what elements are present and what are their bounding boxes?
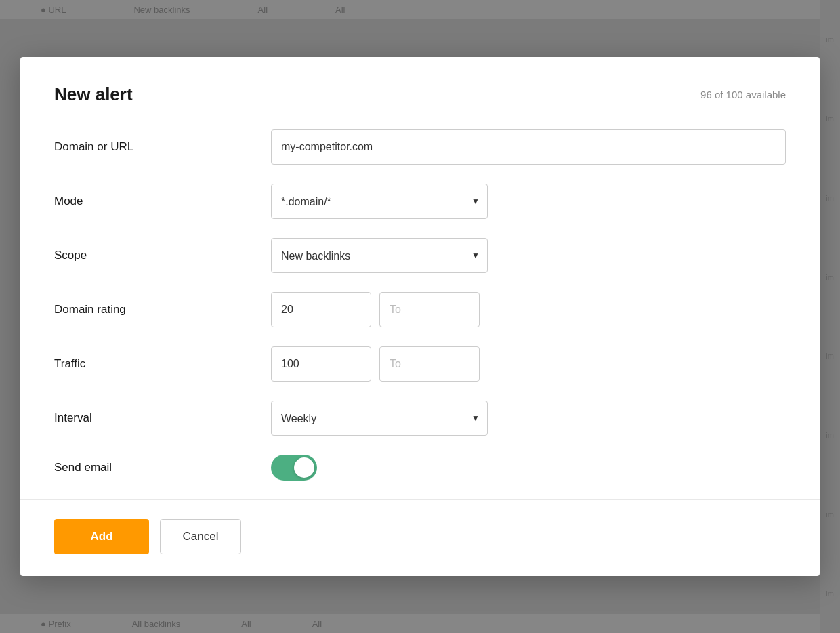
mode-label: Mode: [54, 195, 271, 208]
scope-select-wrapper: New backlinks Lost backlinks All backlin…: [271, 238, 488, 273]
scope-select[interactable]: New backlinks Lost backlinks All backlin…: [271, 238, 488, 273]
toggle-slider: [271, 455, 317, 481]
traffic-from-input[interactable]: [271, 346, 371, 382]
domain-rating-inputs: [271, 292, 786, 327]
send-email-row: Send email: [54, 455, 786, 481]
domain-label: Domain or URL: [54, 140, 271, 154]
traffic-label: Traffic: [54, 357, 271, 371]
interval-row: Interval Daily Weekly Monthly ▼: [54, 401, 786, 436]
cancel-button[interactable]: Cancel: [160, 519, 241, 554]
modal-title: New alert: [54, 84, 133, 105]
modal-footer: Add Cancel: [20, 499, 820, 576]
traffic-inputs: [271, 346, 786, 382]
mode-select-wrapper: *.domain/* domain.com domain.com/* ▼: [271, 184, 488, 219]
traffic-row: Traffic: [54, 346, 786, 382]
interval-select[interactable]: Daily Weekly Monthly: [271, 401, 488, 436]
new-alert-modal: New alert 96 of 100 available Domain or …: [20, 57, 820, 576]
traffic-range: [271, 346, 786, 382]
mode-select[interactable]: *.domain/* domain.com domain.com/*: [271, 184, 488, 219]
mode-select-area: *.domain/* domain.com domain.com/* ▼: [271, 184, 786, 219]
domain-rating-label: Domain rating: [54, 303, 271, 316]
add-button[interactable]: Add: [54, 519, 149, 554]
domain-rating-row: Domain rating: [54, 292, 786, 327]
send-email-toggle-area: [271, 455, 786, 481]
traffic-to-input[interactable]: [379, 346, 480, 382]
domain-rating-from-input[interactable]: [271, 292, 371, 327]
mode-row: Mode *.domain/* domain.com domain.com/* …: [54, 184, 786, 219]
domain-rating-range: [271, 292, 786, 327]
modal-header: New alert 96 of 100 available: [54, 84, 786, 105]
scope-label: Scope: [54, 249, 271, 262]
interval-label: Interval: [54, 411, 271, 425]
availability-text: 96 of 100 available: [700, 89, 786, 100]
send-email-toggle-wrapper: [271, 455, 786, 481]
send-email-toggle[interactable]: [271, 455, 317, 481]
domain-rating-to-input[interactable]: [379, 292, 480, 327]
domain-input-area: [271, 129, 786, 165]
domain-input[interactable]: [271, 129, 786, 165]
interval-select-area: Daily Weekly Monthly ▼: [271, 401, 786, 436]
domain-row: Domain or URL: [54, 129, 786, 165]
scope-select-area: New backlinks Lost backlinks All backlin…: [271, 238, 786, 273]
scope-row: Scope New backlinks Lost backlinks All b…: [54, 238, 786, 273]
interval-select-wrapper: Daily Weekly Monthly ▼: [271, 401, 488, 436]
send-email-label: Send email: [54, 461, 271, 474]
